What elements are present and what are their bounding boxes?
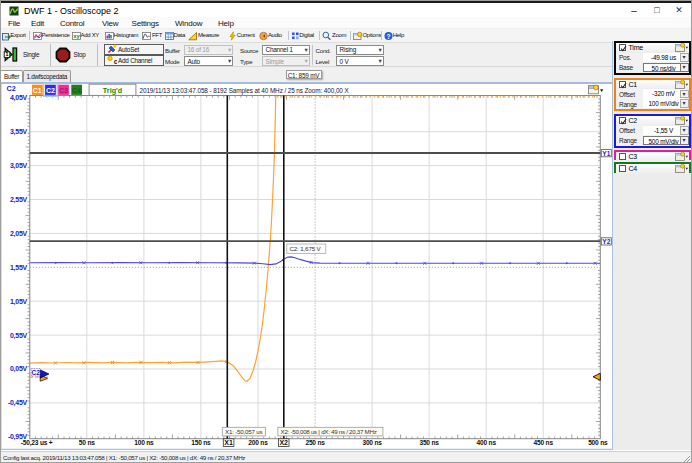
svg-text:C3: C3 xyxy=(59,87,68,94)
svg-text:3,55V: 3,55V xyxy=(10,128,28,136)
svg-text:Trig'd: Trig'd xyxy=(103,86,122,95)
svg-text:450 ns: 450 ns xyxy=(534,439,554,446)
svg-text:50 ns: 50 ns xyxy=(79,439,95,446)
svg-text:4,05V: 4,05V xyxy=(10,94,28,102)
svg-text:2,05V: 2,05V xyxy=(10,230,28,238)
svg-text:3,05V: 3,05V xyxy=(10,162,28,170)
svg-text:Y1: Y1 xyxy=(602,150,610,157)
svg-text:-0,45V: -0,45V xyxy=(8,399,28,407)
svg-text:C2: C2 xyxy=(46,87,55,94)
svg-text:X1: X1 xyxy=(224,439,233,446)
svg-text:1,05V: 1,05V xyxy=(10,298,28,306)
svg-text:xy: xy xyxy=(73,33,80,39)
svg-text:-50,23 us +: -50,23 us + xyxy=(21,439,53,447)
svg-text:C2: 1,675 V: C2: 1,675 V xyxy=(290,245,322,252)
svg-text:C4: C4 xyxy=(72,87,81,94)
svg-text:C2: C2 xyxy=(7,84,16,93)
svg-text:150 ns: 150 ns xyxy=(191,439,211,446)
svg-text:X2: X2 xyxy=(279,439,288,446)
svg-text:X2: -50,008 us | dX: 49 ns / 2: X2: -50,008 us | dX: 49 ns / 20,37 MHz xyxy=(281,428,377,435)
svg-text:Y2: Y2 xyxy=(602,238,610,245)
svg-text:2019/11/13 13:03:47.058 - 8192: 2019/11/13 13:03:47.058 - 8192 Samples a… xyxy=(140,87,350,95)
svg-text:250 ns: 250 ns xyxy=(305,439,325,446)
svg-text:C1: C1 xyxy=(33,87,42,94)
svg-text:2,55V: 2,55V xyxy=(10,196,28,204)
svg-text:?: ? xyxy=(387,32,391,39)
svg-text:500 ns: 500 ns xyxy=(588,439,608,446)
svg-text:400 ns: 400 ns xyxy=(477,439,497,446)
svg-text:200 ns: 200 ns xyxy=(248,439,268,446)
svg-text:C2: C2 xyxy=(31,369,40,376)
svg-text:350 ns: 350 ns xyxy=(419,439,439,446)
svg-text:0,05V: 0,05V xyxy=(10,365,28,373)
svg-text:c: c xyxy=(114,58,117,65)
svg-text:0,55V: 0,55V xyxy=(10,332,28,340)
svg-text:100 ns: 100 ns xyxy=(134,439,154,446)
svg-text:300 ns: 300 ns xyxy=(362,439,382,446)
svg-text:1,55V: 1,55V xyxy=(10,264,28,272)
svg-text:X1: -50,057 us: X1: -50,057 us xyxy=(225,428,263,435)
